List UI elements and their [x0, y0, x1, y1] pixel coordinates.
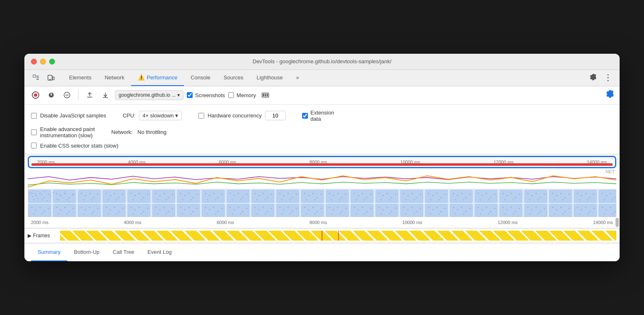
- cpu-dropdown-arrow: ▾: [175, 112, 178, 119]
- hardware-concurrency-checkbox[interactable]: [198, 113, 204, 119]
- tab-bar: Elements Network ⚠️ Performance Console …: [24, 70, 620, 86]
- timeline-overview: 2000 ms 4000 ms 6000 ms 8000 ms 10000 ms…: [24, 156, 620, 229]
- bottom-ruler-mark-1: 4000 ms: [124, 220, 141, 225]
- svg-point-44: [69, 201, 69, 202]
- enable-css-selector-checkbox[interactable]: [31, 143, 37, 148]
- cpu-label: CPU:: [123, 112, 136, 119]
- svg-point-31: [29, 192, 30, 193]
- enable-css-selector-label[interactable]: Enable CSS selector stats (slow): [40, 143, 118, 149]
- wave-chart: [28, 168, 616, 189]
- bottom-ruler-mark-3: 8000 ms: [310, 220, 327, 225]
- dropdown-arrow-icon: ▾: [177, 92, 180, 98]
- network-control: Network: No throttling: [111, 129, 166, 135]
- screenshot-area: [28, 189, 616, 217]
- extension-data-checkbox[interactable]: [302, 113, 308, 119]
- extension-data-label[interactable]: Extensiondata: [310, 110, 334, 122]
- svg-point-32: [32, 196, 33, 197]
- tab-bar-right: [587, 71, 615, 84]
- svg-point-39: [53, 192, 54, 193]
- svg-point-8: [608, 77, 609, 79]
- hardware-concurrency-label[interactable]: Hardware concurrency: [208, 112, 262, 119]
- ruler-container[interactable]: 2000 ms 4000 ms 6000 ms 8000 ms 10000 ms…: [28, 156, 616, 168]
- disable-js-samples-checkbox[interactable]: [31, 113, 37, 119]
- title-bar: DevTools - googlechrome.github.io/devtoo…: [24, 54, 620, 70]
- tab-console[interactable]: Console: [184, 70, 217, 86]
- screenshots-checkbox[interactable]: [187, 92, 193, 98]
- frames-red-marker: [322, 231, 322, 241]
- tab-call-tree[interactable]: Call Tree: [106, 243, 141, 261]
- bottom-ruler-mark-4: 10000 ms: [402, 220, 422, 225]
- vertical-scrollbar[interactable]: [615, 218, 619, 227]
- svg-rect-30: [28, 189, 616, 217]
- hardware-concurrency-input[interactable]: [265, 111, 286, 120]
- upload-button[interactable]: [83, 89, 96, 101]
- tab-event-log[interactable]: Event Log: [141, 243, 179, 261]
- tab-lighthouse[interactable]: Lighthouse: [250, 70, 290, 86]
- devtools-window: DevTools - googlechrome.github.io/devtoo…: [24, 54, 620, 262]
- enable-advanced-paint-item: Enable advanced paintinstrumentation (sl…: [31, 126, 95, 138]
- reload-record-button[interactable]: [45, 89, 57, 101]
- maximize-button[interactable]: [49, 59, 55, 64]
- inspect-icon[interactable]: [29, 71, 43, 84]
- performance-settings-icon[interactable]: [606, 90, 615, 101]
- record-button[interactable]: [29, 89, 42, 101]
- cpu-control: CPU: 4× slowdown ▾: [123, 111, 182, 120]
- memory-checkbox-group: Memory: [228, 92, 256, 98]
- svg-point-41: [60, 194, 60, 195]
- memory-label[interactable]: Memory: [236, 92, 256, 98]
- svg-point-36: [44, 191, 45, 192]
- close-button[interactable]: [31, 59, 37, 64]
- settings-row-3: Enable CSS selector stats (slow): [31, 143, 613, 149]
- memory-icon-btn[interactable]: [259, 89, 272, 101]
- screenshots-checkbox-group: Screenshots: [187, 92, 225, 98]
- warning-icon: ⚠️: [138, 74, 145, 81]
- memory-checkbox[interactable]: [228, 92, 234, 98]
- minimize-button[interactable]: [40, 59, 46, 64]
- bottom-ruler-mark-0: 2000 ms: [31, 220, 48, 225]
- more-options-icon[interactable]: [601, 71, 615, 84]
- cpu-dropdown[interactable]: 4× slowdown ▾: [139, 111, 182, 120]
- svg-point-7: [608, 74, 609, 76]
- enable-advanced-paint-checkbox[interactable]: [31, 129, 37, 135]
- network-label: Network:: [111, 129, 132, 135]
- tab-elements[interactable]: Elements: [62, 70, 98, 86]
- frames-triangle-icon: ▶: [28, 233, 31, 239]
- svg-point-11: [34, 93, 37, 97]
- svg-point-43: [65, 191, 66, 192]
- svg-point-38: [50, 196, 51, 196]
- tab-more[interactable]: »: [289, 70, 305, 86]
- extension-data-item: Extensiondata: [302, 110, 334, 122]
- svg-point-35: [41, 195, 42, 196]
- settings-row-1: Disable JavaScript samples CPU: 4× slowd…: [31, 110, 613, 122]
- tab-sources[interactable]: Sources: [217, 70, 250, 86]
- bottom-ruler-mark-2: 6000 ms: [217, 220, 234, 225]
- frames-label-text: Frames: [33, 233, 50, 239]
- settings-gear-icon[interactable]: [587, 71, 600, 84]
- screenshot-dots-chart: [28, 189, 616, 217]
- clear-button[interactable]: [61, 89, 73, 101]
- wave-overview: NET: [28, 168, 616, 189]
- svg-point-42: [62, 197, 63, 198]
- fps-red-bar: [31, 163, 613, 166]
- screenshots-label[interactable]: Screenshots: [195, 92, 225, 98]
- disable-js-samples-item: Disable JavaScript samples: [31, 112, 106, 119]
- bottom-ruler-mark-6: 14000 ms: [593, 220, 613, 225]
- svg-rect-0: [33, 75, 36, 77]
- tab-performance[interactable]: ⚠️ Performance: [131, 70, 184, 86]
- device-toolbar-icon[interactable]: [44, 71, 57, 84]
- bottom-ruler-mark-5: 12000 ms: [498, 220, 518, 225]
- tab-network[interactable]: Network: [98, 70, 131, 86]
- frames-label[interactable]: ▶ Frames: [28, 233, 57, 239]
- network-value: No throttling: [138, 129, 167, 135]
- toolbar-divider-1: [78, 90, 79, 100]
- disable-js-samples-label[interactable]: Disable JavaScript samples: [40, 112, 106, 119]
- enable-advanced-paint-label[interactable]: Enable advanced paintinstrumentation (sl…: [40, 126, 95, 138]
- svg-rect-5: [52, 77, 54, 80]
- settings-panel: Disable JavaScript samples CPU: 4× slowd…: [24, 105, 620, 154]
- svg-point-40: [56, 199, 57, 200]
- tab-summary[interactable]: Summary: [31, 243, 67, 261]
- tab-bottom-up[interactable]: Bottom-Up: [67, 243, 106, 261]
- url-chip[interactable]: googlechrome.github.io ... ▾: [115, 90, 184, 100]
- download-button[interactable]: [99, 89, 112, 101]
- traffic-lights: [31, 59, 55, 64]
